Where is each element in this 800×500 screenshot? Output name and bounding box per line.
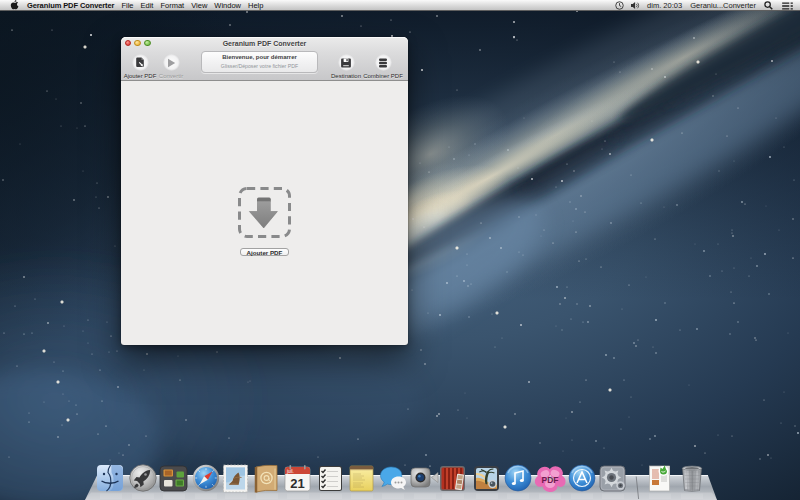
svg-text:juil.: juil. bbox=[286, 469, 294, 474]
svg-text:21: 21 bbox=[290, 476, 304, 491]
svg-text:PDF: PDF bbox=[542, 475, 559, 485]
